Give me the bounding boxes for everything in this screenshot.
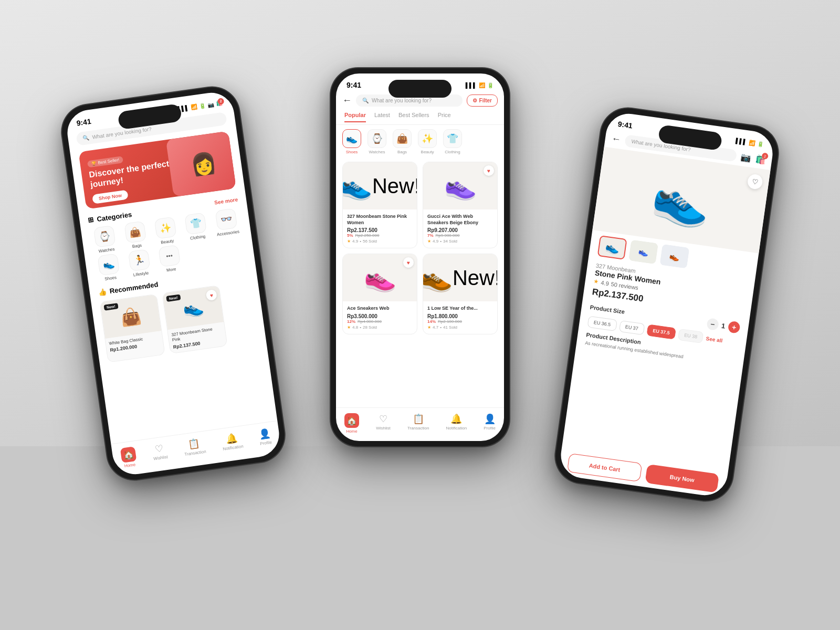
cat-watches-mid[interactable]: ⌚ Watches	[368, 129, 386, 154]
product-img-2: 👟 ♥	[423, 162, 497, 209]
cart-icon-left[interactable]: 📷	[207, 101, 214, 108]
rating-dot-1: •	[360, 239, 361, 244]
clothing-icon: 👕	[184, 212, 207, 235]
nav-profile-mid[interactable]: 👤 Profile	[484, 413, 496, 434]
camera-icon-right[interactable]: 📷	[740, 152, 751, 163]
home-icon: 🏠	[120, 446, 137, 463]
cat-bags-label: Bags	[132, 243, 142, 249]
hero-heart-button[interactable]: ♡	[747, 173, 763, 190]
thumb-1[interactable]: 👟	[597, 235, 627, 260]
nav-notification[interactable]: 🔔 Notification	[220, 432, 244, 455]
thumb-2[interactable]: 👟	[628, 239, 658, 264]
back-button-mid[interactable]: ←	[342, 95, 352, 106]
signal-icon-right: ▌▌▌	[736, 138, 748, 145]
product-rating-2: ★ 4.9 • 34 Sold	[427, 239, 493, 244]
cat-bags[interactable]: 👜 Bags	[120, 220, 152, 250]
status-icons-left: ▌▌▌ 📶 🔋 📷 🛍️ 2	[177, 100, 223, 112]
watches-icon: ⌚	[93, 225, 116, 248]
nav-wishlist-label-mid: Wishlist	[376, 426, 391, 430]
see-more-link[interactable]: See more	[214, 196, 238, 205]
cat-lifestyle[interactable]: 🏃 Lifestyle	[123, 248, 155, 278]
cat-accessories[interactable]: 👓 Accessories	[211, 207, 243, 237]
size-36-5[interactable]: EU 36.5	[587, 316, 617, 331]
cart-icon-right[interactable]: 🛍️ 2	[754, 154, 766, 165]
add-to-cart-button[interactable]: Add to Cart	[567, 453, 643, 482]
size-37-5[interactable]: EU 37.5	[646, 324, 676, 339]
cat-shoes-label-mid: Shoes	[346, 150, 358, 154]
product-name-1: 327 Moonbeam Stone Pink Women	[347, 214, 413, 226]
product-rating-4: ★ 4.7 • 41 Sold	[427, 325, 493, 330]
cat-beauty-mid[interactable]: ✨ Beauty	[418, 129, 437, 154]
rec-product-1[interactable]: 👜 New! White Bag Classic Rp1.200.000	[99, 294, 165, 363]
buy-now-button[interactable]: Buy Now	[645, 464, 719, 493]
heart-2[interactable]: ♥	[484, 165, 494, 176]
thumb-3[interactable]: 👟	[659, 244, 689, 269]
product-card-1[interactable]: 👟 New! 327 Moonbeam Stone Pink Women Rp2…	[342, 162, 417, 248]
quantity-minus[interactable]: −	[706, 318, 719, 331]
filter-label: Filter	[479, 98, 492, 103]
sort-latest[interactable]: Latest	[374, 112, 390, 122]
size-37[interactable]: EU 37	[618, 320, 645, 335]
nav-home-mid[interactable]: 🏠 Home	[344, 413, 359, 434]
cat-bags-mid[interactable]: 👜 Bags	[393, 129, 412, 154]
cat-shoes[interactable]: 👟 Shoes	[93, 253, 125, 282]
nav-wishlist[interactable]: ♡ Wishlist	[151, 442, 169, 464]
nav-profile[interactable]: 👤 Profile	[258, 427, 272, 449]
phone-home: 9:41 ▌▌▌ 📶 🔋 📷 🛍️ 2	[59, 84, 288, 483]
cat-more-label: More	[166, 267, 176, 272]
product-price-1: Rp2.137.500	[347, 227, 413, 233]
cat-icons-row: 👟 Shoes ⌚ Watches 👜 Bags ✨ Beauty	[336, 125, 504, 159]
star-icon-4: ★	[427, 325, 431, 330]
bags-icon-mid: 👜	[393, 129, 412, 148]
cat-clothing[interactable]: 👕 Clothing	[180, 212, 212, 242]
nav-home[interactable]: 🏠 Home	[120, 446, 138, 469]
new-badge-1: New!	[372, 174, 417, 198]
nav-transaction-label: Transaction	[184, 449, 206, 457]
bag-icon-left[interactable]: 🛍️ 2	[215, 100, 222, 107]
product-rating-1: ★ 4.9 • 56 Sold	[347, 239, 413, 244]
product-discount-2: 7%	[427, 233, 434, 238]
product-card-4[interactable]: 👟 New! 1 Low SE Year of the... Rp1.800.0…	[423, 254, 498, 334]
cat-clothing-mid[interactable]: 👕 Clothing	[443, 129, 462, 154]
nav-transaction-mid[interactable]: 📋 Transaction	[407, 413, 429, 434]
cat-shoes-label: Shoes	[104, 275, 117, 281]
product-card-3[interactable]: 👟 ♥ Ace Sneakers Web Rp3.500.000 12% Rp4…	[342, 254, 417, 334]
phone-product-detail: 9:41 ▌▌▌ 📶 🔋 ← What are you looking for?…	[552, 105, 782, 504]
cat-watches[interactable]: ⌚ Watches	[89, 225, 121, 255]
cat-beauty[interactable]: ✨ Beauty	[150, 216, 182, 246]
shop-now-button[interactable]: Shop Now	[92, 190, 129, 204]
nav-transaction[interactable]: 📋 Transaction	[182, 437, 207, 460]
product-card-2[interactable]: 👟 ♥ Gucci Ace With Web Sneakers Beige Eb…	[423, 162, 498, 248]
size-38[interactable]: EU 38	[678, 329, 704, 343]
heart-3[interactable]: ♥	[403, 257, 414, 268]
product-name-4: 1 Low SE Year of the...	[427, 306, 493, 312]
sort-popular[interactable]: Popular	[344, 112, 366, 122]
home-icon-mid: 🏠	[344, 413, 359, 428]
nav-wishlist-mid[interactable]: ♡ Wishlist	[376, 413, 391, 434]
sold-3: 28 Sold	[363, 325, 377, 330]
detail-rating-val: 4.9	[601, 279, 610, 287]
sort-bestsellers[interactable]: Best Sellers	[398, 112, 429, 122]
product-price-4: Rp1.800.000	[427, 313, 493, 319]
product-name-3: Ace Sneakers Web	[347, 306, 413, 312]
filter-button[interactable]: ⚙ Filter	[467, 94, 498, 107]
nav-notification-mid[interactable]: 🔔 Notification	[446, 413, 467, 434]
wifi-icon-mid: 📶	[479, 82, 485, 88]
beauty-icon-mid: ✨	[418, 129, 437, 148]
notification-icon: 🔔	[225, 432, 238, 445]
rec-product-2[interactable]: 👟 New! ♥ 327 Moonbeam Stone Pink Rp2.137…	[162, 285, 227, 354]
cat-accessories-label: Accessories	[216, 229, 239, 237]
sort-price[interactable]: Price	[438, 112, 451, 122]
back-button-right[interactable]: ←	[611, 133, 622, 145]
star-icon-3: ★	[347, 325, 351, 330]
search-icon-left: 🔍	[82, 135, 89, 142]
sold-2: 34 Sold	[443, 239, 457, 244]
product-price-3: Rp3.500.000	[347, 313, 413, 319]
cat-shoes-mid[interactable]: 👟 Shoes	[342, 129, 361, 154]
quantity-plus[interactable]: +	[728, 321, 741, 334]
cat-more[interactable]: ••• More	[154, 244, 186, 274]
bottom-nav-mid: 🏠 Home ♡ Wishlist 📋 Transaction 🔔 Notifi…	[336, 407, 504, 441]
phone-notch-mid	[388, 80, 452, 98]
size-see-all[interactable]: See all	[706, 335, 723, 343]
detail-action-icons: 📷 🛍️ 2	[740, 152, 766, 165]
